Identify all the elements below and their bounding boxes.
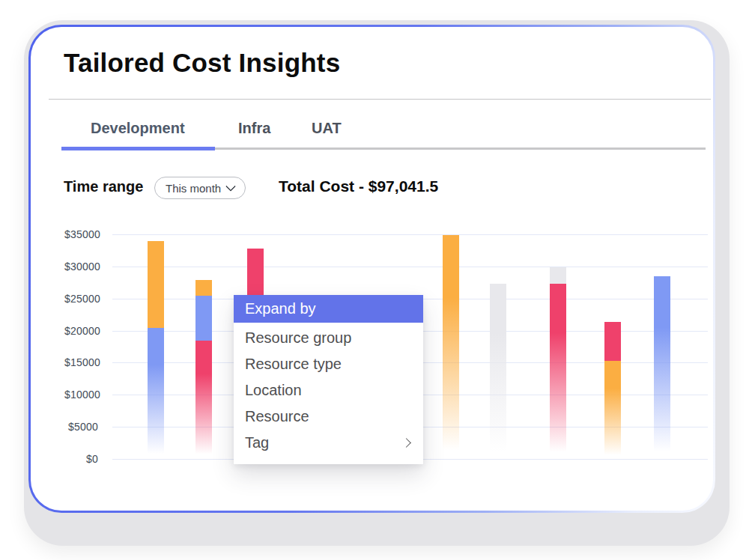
- menu-item-label: Resource type: [245, 356, 342, 373]
- menu-item-label: Resource: [245, 408, 309, 425]
- time-range-value: This month: [166, 182, 221, 195]
- bar-segment-red[interactable]: [195, 341, 212, 459]
- page-title: Tailored Cost Insights: [64, 48, 340, 78]
- menu-item-tag[interactable]: Tag: [234, 430, 423, 456]
- header-divider: [49, 99, 711, 100]
- gridline: [112, 267, 708, 267]
- bar-segment-orange[interactable]: [148, 241, 164, 327]
- tab-uat[interactable]: UAT: [312, 120, 342, 137]
- menu-item-resource[interactable]: Resource: [234, 404, 423, 430]
- y-axis-tick: $20000: [64, 325, 98, 337]
- bar-segment-orange[interactable]: [195, 280, 212, 296]
- y-axis-tick: $30000: [64, 261, 98, 273]
- tab-track-line: [215, 147, 706, 150]
- y-axis-tick: $15000: [64, 356, 98, 368]
- y-axis-tick: $5000: [64, 421, 98, 433]
- tab-development[interactable]: Development: [91, 120, 185, 137]
- bar-segment-blue[interactable]: [148, 328, 164, 459]
- bar-segment-orange[interactable]: [604, 361, 621, 459]
- expand-by-menu-body: Resource groupResource typeLocationResou…: [234, 323, 423, 464]
- bar-segment-red[interactable]: [604, 322, 621, 362]
- y-axis-tick: $25000: [64, 293, 98, 305]
- menu-item-resource-group[interactable]: Resource group: [234, 325, 423, 351]
- chevron-right-icon: [401, 438, 411, 448]
- bar-segment-orange[interactable]: [443, 235, 459, 459]
- y-axis-tick: $10000: [64, 389, 98, 401]
- tab-infra[interactable]: Infra: [238, 120, 270, 137]
- active-tab-indicator: [61, 147, 215, 150]
- bar-segment-blue[interactable]: [195, 296, 212, 341]
- bar-segment-gray[interactable]: [490, 284, 506, 459]
- bar-segment-gray[interactable]: [550, 267, 566, 284]
- y-axis-tick: $0: [64, 453, 98, 465]
- total-cost-value: Total Cost - $97,041.5: [279, 177, 438, 195]
- time-range-select[interactable]: This month: [154, 177, 246, 199]
- time-range-label: Time range: [64, 178, 143, 195]
- menu-item-location[interactable]: Location: [234, 377, 423, 404]
- expand-by-menu-header: Expand by: [234, 295, 423, 323]
- bar-segment-red[interactable]: [550, 284, 566, 459]
- bar-segment-blue[interactable]: [654, 276, 670, 459]
- expand-by-menu: Expand by Resource groupResource typeLoc…: [234, 295, 423, 464]
- menu-item-label: Resource group: [245, 329, 351, 347]
- menu-item-resource-type[interactable]: Resource type: [234, 351, 423, 377]
- gridline: [112, 234, 708, 235]
- y-axis-tick: $35000: [64, 228, 98, 240]
- chevron-down-icon: [225, 181, 236, 192]
- menu-item-label: Location: [245, 382, 302, 399]
- menu-item-label: Tag: [245, 434, 269, 451]
